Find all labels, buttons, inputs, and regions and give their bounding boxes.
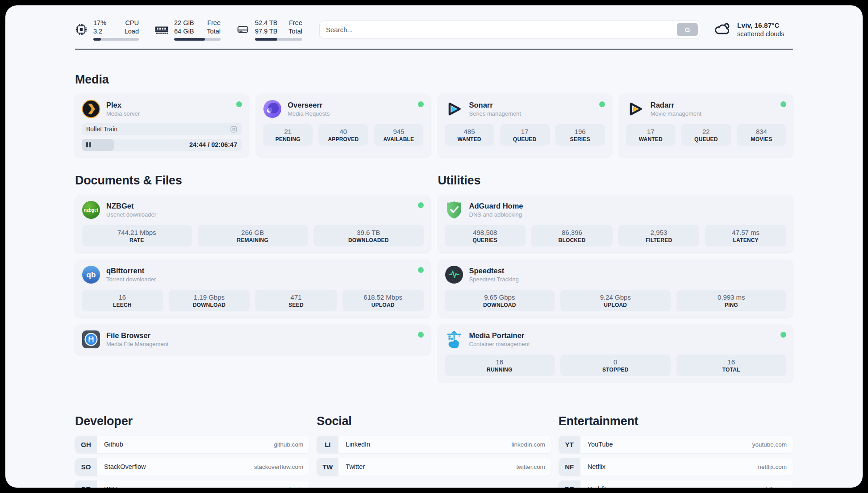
- search-bar: G: [319, 21, 700, 38]
- bookmark-group-social: Social LI LinkedIn linkedin.com TW Twitt…: [317, 389, 551, 488]
- app-name: NZBGet: [106, 202, 156, 210]
- bookmark-reddit[interactable]: RE Reddit reddit.com: [559, 480, 793, 488]
- cpu-load-label: Load: [125, 27, 139, 36]
- stat-queued: 17QUEUED: [500, 124, 550, 146]
- cpu-usage-value: 17%: [93, 19, 106, 27]
- bookmark-linkedin[interactable]: LI LinkedIn linkedin.com: [317, 436, 551, 453]
- app-card-portainer[interactable]: Media Portainer Container management 16R…: [438, 325, 793, 382]
- playback-progress-row: 24:44 / 02:06:47: [82, 139, 242, 151]
- screen-capture-icon[interactable]: [230, 125, 238, 133]
- plex-logo-icon: [82, 100, 100, 118]
- app-subtitle: Media File Management: [106, 341, 168, 347]
- app-subtitle: Media server: [106, 110, 140, 117]
- bookmark-name: Github: [104, 441, 123, 448]
- stat-running: 16RUNNING: [445, 355, 555, 376]
- bookmark-netflix[interactable]: NF Netflix netflix.com: [559, 458, 793, 476]
- bookmark-github[interactable]: GH Github github.com: [75, 436, 309, 453]
- bookmark-group-entertainment: Entertainment YT YouTube youtube.com NF …: [559, 389, 793, 488]
- weather-location-temp: Lviv, 16.87°C: [737, 21, 785, 29]
- status-online-dot: [418, 332, 424, 338]
- status-online-dot: [599, 101, 605, 107]
- now-playing-row: Bullet Train: [82, 123, 242, 135]
- storage-stat-widget: 52.4 TB Free 97.9 TB Total: [237, 19, 302, 41]
- bookmark-name: StackOverflow: [104, 463, 146, 470]
- bookmark-url: github.com: [274, 441, 303, 448]
- topbar: 17% CPU 3.2 Load: [75, 19, 793, 41]
- sonarr-logo-icon: [445, 100, 463, 118]
- stat-ping: 0.993 msPING: [676, 290, 787, 311]
- app-name: AdGuard Home: [469, 202, 523, 210]
- app-subtitle: Container management: [469, 341, 530, 347]
- section-title-social: Social: [317, 414, 551, 428]
- bookmark-group-developer: Developer GH Github github.com SO StackO…: [75, 389, 309, 488]
- status-online-dot: [418, 101, 424, 107]
- now-playing-title: Bullet Train: [86, 125, 117, 133]
- overseerr-logo-icon: [263, 100, 282, 118]
- stat-seed: 471SEED: [255, 290, 337, 311]
- bookmark-name: LinkedIn: [346, 441, 370, 448]
- app-subtitle: Torrent downloader: [106, 276, 156, 283]
- app-card-plex[interactable]: Plex Media server Bullet Train 24:44 / 0…: [75, 94, 249, 157]
- memory-stat-widget: 22 GiB Free 64 GiB Total: [155, 19, 221, 41]
- stat-total: 16TOTAL: [676, 355, 787, 376]
- header-divider: [75, 49, 793, 50]
- app-card-speedtest[interactable]: Speedtest Speedtest Tracking 9.65 GbpsDO…: [438, 260, 793, 317]
- bookmark-youtube[interactable]: YT YouTube youtube.com: [559, 436, 793, 453]
- search-engine-button[interactable]: G: [677, 23, 698, 36]
- portainer-logo-icon: [445, 330, 463, 349]
- search-input[interactable]: [319, 21, 700, 38]
- filebrowser-logo-icon: [82, 330, 100, 349]
- stat-series: 196SERIES: [555, 124, 605, 146]
- memory-total-label: Total: [207, 27, 221, 36]
- section-title-documents: Documents & Files: [75, 174, 430, 188]
- radarr-logo-icon: [626, 100, 645, 118]
- bookmark-url: netflix.com: [758, 464, 787, 470]
- bookmark-abbr: GH: [75, 436, 97, 453]
- app-subtitle: Media Requests: [288, 110, 330, 117]
- stat-movies: 834MOVIES: [737, 124, 786, 146]
- section-title-developer: Developer: [75, 414, 309, 428]
- bookmark-twitter[interactable]: TW Twitter twitter.com: [317, 458, 551, 476]
- adguard-logo-icon: [445, 201, 463, 219]
- app-name: File Browser: [106, 331, 168, 340]
- app-subtitle: Usenet downloader: [106, 211, 156, 218]
- bookmark-dev[interactable]: DT DEV dev.to: [75, 480, 309, 488]
- stat-download: 9.65 GbpsDOWNLOAD: [445, 290, 555, 311]
- nzbget-logo-icon: nzbget: [82, 201, 100, 219]
- stat-download: 1.19 GbpsDOWNLOAD: [169, 290, 250, 311]
- app-card-nzbget[interactable]: nzbget NZBGet Usenet downloader 744.21 M…: [75, 195, 430, 252]
- playback-time: 24:44 / 02:06:47: [189, 141, 242, 148]
- stat-queries: 498,508QUERIES: [445, 225, 526, 246]
- memory-icon: [155, 24, 168, 35]
- stat-wanted: 17WANTED: [626, 124, 676, 146]
- bookmark-name: DEV: [104, 485, 117, 488]
- system-stats: 17% CPU 3.2 Load: [75, 19, 302, 41]
- app-subtitle: Speedtest Tracking: [469, 276, 519, 283]
- pause-button[interactable]: [86, 142, 91, 147]
- cpu-load-value: 3.2: [93, 27, 102, 36]
- stat-leech: 16LEECH: [82, 290, 163, 311]
- documents-column: Documents & Files nzbget NZBGet: [75, 157, 430, 362]
- bookmark-url: twitter.com: [516, 464, 545, 470]
- app-card-sonarr[interactable]: Sonarr Series management 485WANTED 17QUE…: [438, 94, 612, 157]
- app-name: Sonarr: [469, 101, 521, 109]
- stat-upload: 618.52 MbpsUPLOAD: [342, 290, 424, 311]
- dashboard-page: 17% CPU 3.2 Load: [5, 5, 863, 488]
- stat-wanted: 485WANTED: [445, 124, 494, 146]
- cpu-stat-widget: 17% CPU 3.2 Load: [75, 19, 139, 41]
- bookmark-url: linkedin.com: [512, 441, 545, 448]
- app-card-qbittorrent[interactable]: qb qBittorrent Torrent downloader 16LEEC…: [75, 260, 430, 317]
- app-card-adguard[interactable]: AdGuard Home DNS and adblocking 498,508Q…: [438, 195, 793, 252]
- qbittorrent-logo-icon: qb: [82, 265, 100, 284]
- app-card-radarr[interactable]: Radarr Movie management 17WANTED 22QUEUE…: [619, 94, 793, 157]
- app-name: Speedtest: [469, 267, 519, 275]
- app-name: Plex: [106, 101, 140, 109]
- bookmark-abbr: RE: [559, 480, 580, 488]
- bookmark-name: Netflix: [588, 463, 605, 470]
- memory-free-label: Free: [207, 19, 221, 27]
- section-title-entertainment: Entertainment: [559, 414, 793, 428]
- bookmark-stackoverflow[interactable]: SO StackOverflow stackoverflow.com: [75, 458, 309, 476]
- app-card-filebrowser[interactable]: File Browser Media File Management: [75, 325, 430, 355]
- app-card-overseerr[interactable]: Overseerr Media Requests 21PENDING 40APP…: [256, 94, 430, 157]
- bookmark-abbr: YT: [559, 436, 580, 453]
